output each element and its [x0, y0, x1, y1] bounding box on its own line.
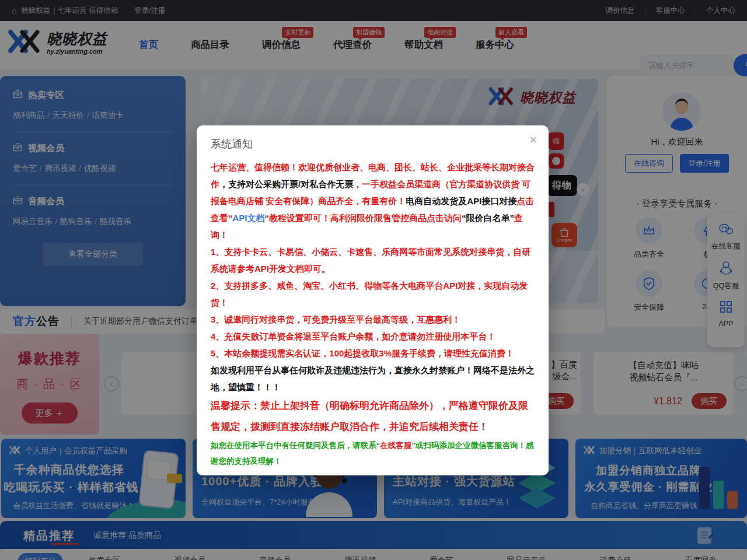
modal-paragraph-2: 2、支持拼多多、咸鱼、淘宝、小红书、得物等各大电商平台API对接，实现自动发货！	[211, 277, 535, 311]
modal-paragraph-5: 5、本站余额提现需实名认证，100起提收取3%服务手续费，请理性充值消费！	[211, 345, 535, 362]
modal-text-segment: 1、支持卡卡云、卡易信、小储云、卡速售、乐商网等市面常见系统对接串货，自研系统请…	[211, 247, 530, 274]
modal-text-segment: “教程设置即可！高利润限价限售管控商品点击访问	[265, 213, 462, 223]
modal-text-segment: 电商自动发货及API接口对接	[406, 196, 516, 206]
system-notice-modal: 系统通知 × 七年运营、值得信赖！欢迎优质创业者、电商、团长、站长、企业批采等长…	[197, 125, 549, 475]
api-doc-link[interactable]: API文档	[233, 213, 265, 223]
modal-text-segment: 2、支持拼多多、咸鱼、淘宝、小红书、得物等各大电商平台API对接，实现自动发货！	[211, 281, 528, 307]
modal-paragraph-3: 3、诚邀同行对接串货，可免费升级至平台最高等级，互惠惠利！	[211, 311, 535, 328]
modal-text-segment: ，支持对公采购开票/对私合作无票	[219, 179, 353, 189]
close-icon[interactable]: ×	[529, 134, 537, 146]
modal-paragraph-8: 如您在使用本平台中有任何疑问及售后，请联系“在线客服”或扫码添加企业微信客服咨询…	[211, 438, 535, 469]
modal-paragraph-1: 1、支持卡卡云、卡易信、小储云、卡速售、乐商网等市面常见系统对接串货，自研系统请…	[211, 243, 535, 277]
modal-paragraph-0: 七年运营、值得信赖！欢迎优质创业者、电商、团长、站长、企业批采等长期对接合作，支…	[211, 159, 535, 243]
modal-text-segment: 在线客服	[380, 441, 411, 450]
modal-text-segment: 如发现利用平台从事任何欺诈及违规违法行为，直接永久封禁账户！网络不是法外之地，望…	[211, 365, 535, 392]
modal-text-segment: “限价白名单”	[462, 213, 514, 223]
modal-text-segment: 如您在使用本平台中有任何疑问及售后，请联系“	[211, 441, 380, 450]
modal-text-segment: 温馨提示：禁止上架抖音（明确标明允许商品除外），严格遵守限价及限售规定，拨测到直…	[211, 400, 528, 432]
modal-paragraph-4: 4、充值失败订单资金将退至平台账户余额，如介意请勿注册使用本平台！	[211, 328, 535, 345]
modal-text-segment: 4、充值失败订单资金将退至平台账户余额，如介意请勿注册使用本平台！	[211, 331, 495, 341]
modal-title: 系统通知	[211, 137, 535, 151]
modal-paragraph-6: 如发现利用平台从事任何欺诈及违规违法行为，直接永久封禁账户！网络不是法外之地，望…	[211, 362, 535, 396]
modal-text-segment: 3、诚邀同行对接串货，可免费升级至平台最高等级，互惠惠利！	[211, 314, 460, 324]
modal-text-segment: 5、本站余额提现需实名认证，100起提收取3%服务手续费，请理性充值消费！	[211, 348, 514, 358]
modal-body: 七年运营、值得信赖！欢迎优质创业者、电商、团长、站长、企业批采等长期对接合作，支…	[211, 159, 535, 469]
modal-paragraph-7: 温馨提示：禁止上架抖音（明确标明允许商品除外），严格遵守限价及限售规定，拨测到直…	[211, 396, 535, 438]
